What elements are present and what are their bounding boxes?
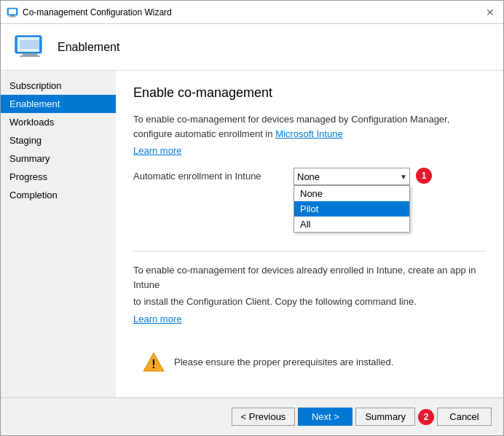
- summary-button[interactable]: Summary: [355, 408, 415, 426]
- header-section: Enablement: [1, 24, 503, 71]
- description-text-2b: to install the Configuration Client. Cop…: [133, 295, 486, 309]
- sidebar-item-staging[interactable]: Staging: [1, 131, 116, 149]
- sidebar-item-subscription[interactable]: Subscription: [1, 77, 116, 95]
- form-label-enrollment: Automatic enrollment in Intune: [133, 168, 294, 182]
- svg-rect-2: [10, 15, 15, 17]
- previous-button[interactable]: < Previous: [232, 408, 296, 426]
- svg-rect-3: [9, 16, 16, 17]
- description-section-2: To enable co-management for devices alre…: [133, 263, 486, 324]
- sidebar-item-enablement[interactable]: Enablement: [1, 95, 116, 113]
- sidebar-item-progress[interactable]: Progress: [1, 168, 116, 186]
- warning-section: ! Please ensure the proper prerequisites…: [133, 342, 486, 383]
- enrollment-dropdown[interactable]: None Pilot All: [294, 168, 410, 185]
- dropdown-option-none[interactable]: None: [294, 186, 409, 201]
- wizard-window: Co-management Configuration Wizard ✕ Ena…: [0, 0, 504, 436]
- sidebar-item-completion[interactable]: Completion: [1, 186, 116, 204]
- description-section-1: To enable co-management for devices mana…: [133, 112, 486, 156]
- main-content: Enable co-management To enable co-manage…: [116, 71, 503, 397]
- page-title: Enable co-management: [133, 85, 486, 101]
- dropdown-option-pilot[interactable]: Pilot: [294, 201, 409, 217]
- dropdown-option-all[interactable]: All: [294, 217, 409, 232]
- badge-2: 2: [418, 409, 434, 425]
- footer: < Previous Next > Summary 2 Cancel: [1, 397, 503, 435]
- learn-more-link-1[interactable]: Learn more: [133, 145, 486, 156]
- dropdown-container: None Pilot All ▼ None Pilot All: [294, 168, 410, 185]
- cancel-button[interactable]: Cancel: [437, 408, 492, 426]
- next-button[interactable]: Next >: [298, 408, 353, 426]
- form-row-enrollment: Automatic enrollment in Intune None Pilo…: [133, 168, 486, 185]
- window-title: Co-management Configuration Wizard: [23, 7, 172, 17]
- badge-1: 1: [416, 168, 432, 184]
- intune-link[interactable]: Microsoft Intune: [275, 128, 343, 139]
- warning-text: Please ensure the proper prerequisites a…: [174, 357, 393, 367]
- sidebar: Subscription Enablement Workloads Stagin…: [1, 71, 116, 397]
- dropdown-list: None Pilot All: [294, 185, 410, 233]
- title-bar: Co-management Configuration Wizard ✕: [1, 1, 503, 24]
- svg-rect-6: [23, 53, 37, 55]
- warning-icon: !: [142, 351, 165, 374]
- svg-rect-7: [20, 55, 40, 57]
- description-text-2a: To enable co-management for devices alre…: [133, 263, 486, 292]
- header-icon: [12, 30, 47, 65]
- summary-with-badge: Summary 2: [355, 408, 434, 426]
- title-bar-left: Co-management Configuration Wizard: [7, 7, 172, 18]
- svg-rect-8: [20, 40, 40, 49]
- learn-more-link-2[interactable]: Learn more: [133, 314, 486, 324]
- close-button[interactable]: ✕: [483, 5, 497, 20]
- window-icon: [7, 7, 18, 18]
- description-text-1: To enable co-management for devices mana…: [133, 112, 486, 141]
- content-area: Subscription Enablement Workloads Stagin…: [1, 71, 503, 397]
- sidebar-item-summary[interactable]: Summary: [1, 149, 116, 168]
- divider-1: [133, 251, 486, 252]
- header-title: Enablement: [58, 41, 119, 54]
- svg-text:!: !: [151, 358, 155, 370]
- svg-rect-1: [9, 9, 16, 14]
- sidebar-item-workloads[interactable]: Workloads: [1, 113, 116, 131]
